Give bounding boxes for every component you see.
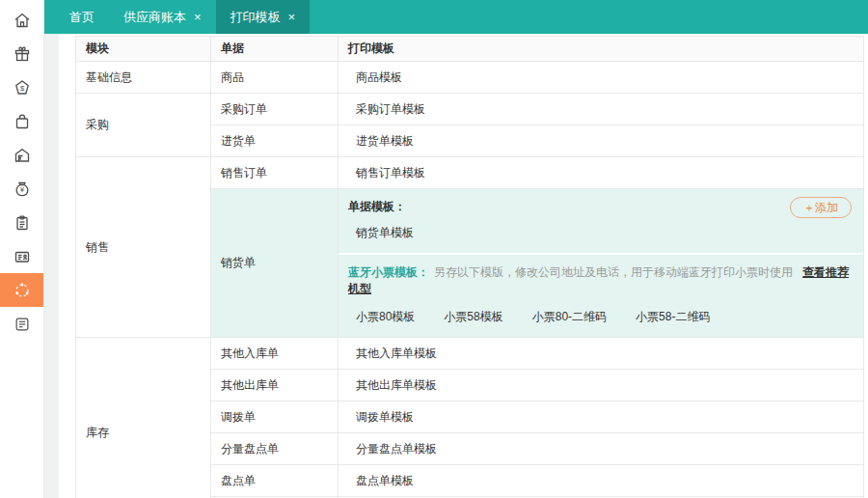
template-detail-cell: 单据模板：销货单模板＋添加蓝牙小票模板：另存以下模版，修改公司地址及电话，用于移… <box>339 189 864 338</box>
template-cell: 采购订单模板 <box>339 94 864 125</box>
icon-sidebar: $ ¥ <box>0 0 43 498</box>
template-cell: 销售订单模板 <box>339 157 864 189</box>
template-link[interactable]: 采购订单模板 <box>356 102 425 116</box>
tab-label: 打印模板 <box>231 9 281 26</box>
svg-text:¥: ¥ <box>20 186 24 193</box>
template-link[interactable]: 其他入库单模板 <box>356 346 437 360</box>
document-cell: 盘点单 <box>211 465 339 497</box>
app-window: $ ¥ 首页 供应商账本 × 打印模 <box>0 0 868 498</box>
svg-text:$: $ <box>19 83 24 92</box>
add-template-button[interactable]: ＋添加 <box>790 197 852 218</box>
invoice-icon <box>14 316 31 333</box>
template-cell: 商品模板 <box>339 62 864 94</box>
bluetooth-template-section: 蓝牙小票模板：另存以下模版，修改公司地址及电话，用于移动端蓝牙打印小票时使用查看… <box>339 255 863 337</box>
template-table-body: 基础信息商品商品模板采购采购订单采购订单模板进货单进货单模板销售销售订单销售订单… <box>76 62 864 498</box>
table-row: 库存其他入库单其他入库单模板 <box>76 338 864 370</box>
table-row: 采购采购订单采购订单模板 <box>76 94 864 125</box>
main-area: 模块单据打印模板 基础信息商品商品模板采购采购订单采购订单模板进货单进货单模板销… <box>43 34 868 498</box>
column-header: 模块 <box>76 37 211 62</box>
sidebar-item-reports[interactable] <box>0 307 43 341</box>
close-icon[interactable]: × <box>194 10 202 24</box>
sidebar-item-settings-active[interactable] <box>0 273 43 307</box>
tab-supplier-ledger[interactable]: 供应商账本 × <box>109 0 216 34</box>
warehouse-icon <box>13 146 32 165</box>
template-cell: 进货单模板 <box>339 125 864 157</box>
document-cell: 调拨单 <box>211 401 339 433</box>
receipt-template-link[interactable]: 小票80-二维码 <box>532 309 607 325</box>
table-header-row: 模块单据打印模板 <box>76 37 864 62</box>
table-row: 基础信息商品商品模板 <box>76 62 864 94</box>
tab-print-templates[interactable]: 打印模板 × <box>216 0 311 34</box>
clipboard-icon <box>13 213 32 233</box>
sidebar-item-orders[interactable] <box>0 206 43 239</box>
template-cell: 其他出库单模板 <box>339 370 864 401</box>
gift-icon <box>13 44 32 64</box>
column-header: 打印模板 <box>339 37 864 62</box>
sidebar-item-contacts[interactable] <box>0 239 43 273</box>
module-cell: 采购 <box>76 94 211 157</box>
template-link[interactable]: 商品模板 <box>356 70 402 84</box>
template-cell: 分量盘点单模板 <box>339 433 864 465</box>
tab-label: 首页 <box>69 9 95 26</box>
bluetooth-label: 蓝牙小票模板： <box>348 265 429 279</box>
share-dots-icon <box>13 281 32 300</box>
sidebar-item-warehouse[interactable] <box>0 138 43 172</box>
document-cell: 进货单 <box>211 125 339 157</box>
doc-template-link[interactable]: 销货单模板 <box>348 225 854 241</box>
receipt-template-link[interactable]: 小票80模板 <box>356 309 415 325</box>
table-row: 销售销售订单销售订单模板 <box>76 157 864 189</box>
receipt-template-links: 小票80模板小票58模板小票80-二维码小票58-二维码 <box>348 309 854 325</box>
module-cell: 销售 <box>76 157 211 338</box>
tab-bar: 首页 供应商账本 × 打印模板 × <box>43 0 868 34</box>
doc-template-label: 单据模板： <box>348 199 854 215</box>
document-cell: 分量盘点单 <box>211 433 339 465</box>
template-link[interactable]: 其他出库单模板 <box>356 378 437 392</box>
doc-template-section: 单据模板：销货单模板＋添加 <box>339 189 863 255</box>
module-cell: 基础信息 <box>76 62 211 94</box>
content-panel: 模块单据打印模板 基础信息商品商品模板采购采购订单采购订单模板进货单进货单模板销… <box>59 34 868 498</box>
print-template-table: 模块单据打印模板 基础信息商品商品模板采购采购订单采购订单模板进货单进货单模板销… <box>75 36 864 498</box>
sidebar-item-gift[interactable] <box>0 37 43 70</box>
template-link[interactable]: 盘点单模板 <box>356 474 414 487</box>
template-cell: 盘点单模板 <box>339 465 864 497</box>
template-link[interactable]: 调拨单模板 <box>356 410 414 424</box>
sidebar-item-purchases[interactable] <box>0 104 43 138</box>
template-link[interactable]: 销售订单模板 <box>356 166 425 180</box>
template-link[interactable]: 进货单模板 <box>356 134 414 148</box>
document-cell: 其他入库单 <box>211 338 339 370</box>
receipt-template-link[interactable]: 小票58模板 <box>444 309 502 325</box>
bluetooth-description: 另存以下模版，修改公司地址及电话，用于移动端蓝牙打印小票时使用 <box>434 265 793 279</box>
document-cell: 商品 <box>211 62 339 94</box>
home-icon <box>13 11 32 30</box>
module-cell: 库存 <box>76 338 211 498</box>
document-cell: 其他出库单 <box>211 370 339 401</box>
sidebar-item-funds[interactable]: ¥ <box>0 172 43 206</box>
close-icon[interactable]: × <box>288 10 296 24</box>
document-cell: 采购订单 <box>211 94 339 125</box>
sidebar-item-pricing[interactable]: $ <box>0 70 43 104</box>
contact-card-icon <box>13 247 32 266</box>
money-bag-icon: ¥ <box>13 180 32 199</box>
document-cell: 销售订单 <box>211 157 339 189</box>
column-header: 单据 <box>211 37 339 62</box>
shopping-bag-icon <box>13 112 32 131</box>
template-cell: 调拨单模板 <box>339 401 864 433</box>
price-tag-icon: $ <box>13 78 32 97</box>
template-link[interactable]: 分量盘点单模板 <box>356 442 437 456</box>
receipt-template-link[interactable]: 小票58-二维码 <box>636 309 710 325</box>
template-cell: 其他入库单模板 <box>339 338 864 370</box>
tab-home[interactable]: 首页 <box>55 0 109 34</box>
bluetooth-line: 蓝牙小票模板：另存以下模版，修改公司地址及电话，用于移动端蓝牙打印小票时使用查看… <box>348 264 854 297</box>
document-cell: 销货单 <box>211 189 339 338</box>
tab-label: 供应商账本 <box>123 9 186 26</box>
sidebar-item-home[interactable] <box>0 3 43 37</box>
